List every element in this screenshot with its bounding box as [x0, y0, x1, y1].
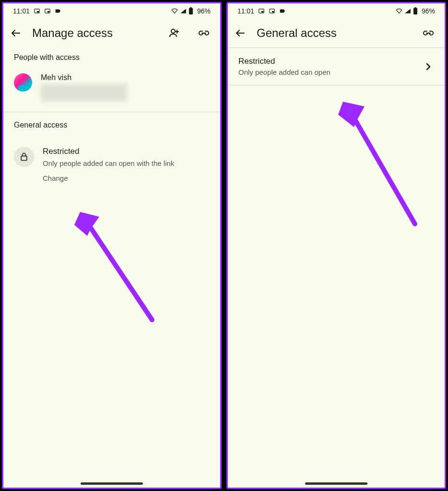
- app-bar: Manage access: [3, 19, 220, 47]
- svg-rect-4: [189, 8, 193, 15]
- add-person-button[interactable]: [167, 26, 181, 40]
- status-bar: 11:01 96%: [228, 3, 445, 19]
- section-people-header: People with access: [3, 47, 220, 68]
- battery-icon: [413, 8, 420, 14]
- page-title: Manage access: [32, 26, 151, 40]
- status-time: 11:01: [13, 7, 30, 15]
- app-bar: General access: [228, 19, 445, 47]
- signal-icon: [404, 8, 411, 14]
- battery-text: 96%: [197, 7, 211, 15]
- label-icon: [55, 8, 61, 14]
- chevron-right-icon: [423, 61, 434, 72]
- pip-icon-2: [269, 8, 275, 14]
- svg-point-6: [171, 29, 175, 33]
- back-button[interactable]: [10, 27, 22, 39]
- svg-rect-12: [413, 8, 417, 15]
- phone-screen-right: 11:01 96% General access Restricted Only…: [226, 2, 446, 489]
- list-desc: Only people added can open: [238, 68, 423, 76]
- battery-icon: [189, 8, 195, 14]
- svg-rect-3: [47, 11, 49, 12]
- svg-rect-5: [190, 7, 191, 8]
- section-general-header: General access: [3, 112, 220, 135]
- svg-rect-1: [37, 11, 39, 12]
- status-bar: 11:01 96%: [3, 3, 220, 19]
- restricted-row[interactable]: Restricted Only people added can open: [228, 47, 445, 85]
- person-row[interactable]: Meh vish: [3, 68, 220, 107]
- link-button[interactable]: [422, 26, 435, 40]
- back-button[interactable]: [235, 27, 246, 39]
- svg-rect-7: [21, 156, 27, 160]
- svg-rect-9: [261, 11, 263, 12]
- label-icon: [279, 8, 286, 14]
- battery-text: 96%: [422, 7, 435, 15]
- link-button[interactable]: [197, 26, 211, 40]
- svg-rect-13: [414, 7, 416, 8]
- person-email-blurred: [41, 84, 127, 101]
- access-title: Restricted: [43, 147, 210, 156]
- wifi-icon: [396, 8, 402, 14]
- svg-rect-11: [272, 11, 274, 12]
- nav-handle[interactable]: [305, 482, 367, 485]
- pip-icon-1: [34, 8, 40, 14]
- person-name: Meh vish: [41, 73, 210, 82]
- lock-icon: [14, 147, 34, 167]
- change-link[interactable]: Change: [43, 174, 210, 182]
- general-access-row: Restricted Only people added can open wi…: [3, 135, 220, 186]
- status-time: 11:01: [237, 7, 254, 15]
- wifi-icon: [171, 8, 178, 14]
- annotation-arrow: [66, 200, 162, 325]
- signal-icon: [180, 8, 187, 14]
- nav-handle[interactable]: [81, 482, 143, 485]
- phone-screen-left: 11:01 96% Manage access People with acce…: [2, 2, 222, 489]
- annotation-arrow: [331, 85, 427, 229]
- page-title: General access: [257, 26, 405, 40]
- pip-icon-2: [44, 8, 51, 14]
- avatar: [14, 73, 32, 92]
- list-title: Restricted: [238, 57, 423, 66]
- access-desc: Only people added can open with the link: [43, 159, 210, 167]
- pip-icon-1: [258, 8, 265, 14]
